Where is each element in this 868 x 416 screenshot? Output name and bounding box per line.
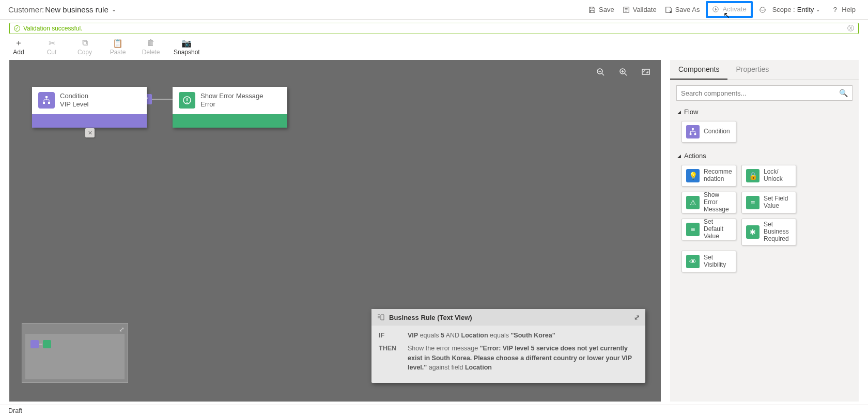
- text-view-title: Business Rule (Text View): [389, 314, 472, 321]
- scope-value: Entity: [797, 6, 814, 13]
- side-tabs: Components Properties: [670, 60, 859, 80]
- condition-node[interactable]: Condition VIP Level: [32, 87, 147, 128]
- validate-label: Validate: [633, 6, 657, 13]
- minimap-expand-icon[interactable]: ⤢: [119, 326, 125, 333]
- workspace: ✓ Condition VIP Level ✕: [0, 60, 868, 402]
- cut-button[interactable]: ✂ Cut: [41, 38, 62, 56]
- save-label: Save: [599, 6, 614, 13]
- text-view-icon: [377, 313, 385, 321]
- chevron-down-icon: ⌄: [816, 7, 820, 12]
- copy-button[interactable]: ⧉ Copy: [74, 38, 95, 56]
- collapse-icon: ◢: [677, 153, 681, 159]
- svg-rect-19: [694, 133, 696, 135]
- text-view-panel: Business Rule (Text View) ⤢ IF VIP equal…: [371, 309, 645, 383]
- canvas[interactable]: ✓ Condition VIP Level ✕: [9, 60, 661, 402]
- component-set-default-value[interactable]: ≡ Set Default Value: [681, 219, 736, 240]
- plus-icon: ＋: [14, 38, 23, 48]
- help-label: Help: [842, 6, 856, 13]
- search-components-input[interactable]: [681, 89, 839, 97]
- component-show-error[interactable]: ⚠ Show Error Message: [681, 192, 736, 213]
- node-branch-close-icon[interactable]: ✕: [85, 128, 95, 137]
- section-flow[interactable]: ◢ Flow: [670, 106, 859, 119]
- if-keyword: IF: [379, 331, 399, 341]
- minimap[interactable]: ⤢: [22, 323, 128, 383]
- side-panel: Components Properties 🔍 ◢ Flow Condition…: [670, 60, 859, 402]
- component-condition[interactable]: Condition: [681, 121, 736, 143]
- svg-rect-13: [48, 102, 50, 104]
- then-keyword: THEN: [379, 344, 399, 373]
- component-set-field-value[interactable]: ≡ Set Field Value: [741, 192, 796, 213]
- minimap-condition-node: [30, 340, 39, 348]
- paste-button[interactable]: 📋 Paste: [107, 38, 128, 56]
- save-as-label: Save As: [675, 6, 700, 13]
- save-icon: [588, 6, 596, 13]
- activate-button[interactable]: Activate: [711, 4, 747, 14]
- fit-to-screen-button[interactable]: [640, 66, 652, 78]
- paste-icon: 📋: [113, 38, 122, 48]
- activate-highlight: Activate ↖: [706, 1, 752, 18]
- collapse-icon: ◢: [677, 110, 681, 115]
- title-chevron-icon[interactable]: ⌄: [112, 6, 116, 13]
- tab-properties[interactable]: Properties: [727, 60, 777, 80]
- check-icon: ✓: [14, 25, 20, 32]
- condition-component-icon: [686, 125, 700, 138]
- svg-rect-12: [43, 102, 45, 104]
- zoom-in-button[interactable]: [617, 66, 629, 78]
- svg-line-7: [625, 73, 627, 75]
- svg-rect-10: [642, 69, 649, 74]
- canvas-controls: [595, 66, 652, 78]
- minimap-connector: [39, 344, 42, 345]
- minimap-action-node: [43, 340, 51, 348]
- edit-toolbar: ＋ Add ✂ Cut ⧉ Copy 📋 Paste 🗑 Delete 📷 Sn…: [0, 36, 868, 60]
- tab-components[interactable]: Components: [670, 60, 727, 80]
- camera-icon: 📷: [182, 38, 191, 48]
- field-icon: ≡: [746, 196, 760, 209]
- then-clause: Show the error message "Error: VIP level…: [408, 344, 638, 373]
- snapshot-button[interactable]: 📷 Snapshot: [174, 38, 200, 56]
- help-button[interactable]: ? Help: [827, 4, 860, 16]
- svg-line-4: [602, 73, 604, 75]
- lightbulb-icon: 💡: [686, 169, 700, 182]
- activate-label: Activate: [722, 5, 746, 13]
- save-as-button[interactable]: Save As: [661, 4, 704, 16]
- svg-rect-17: [692, 128, 694, 130]
- add-button[interactable]: ＋ Add: [8, 38, 29, 56]
- scope-label: Scope :: [772, 6, 795, 13]
- action-node[interactable]: Show Error Message Error: [173, 87, 287, 128]
- status-bar: Draft: [0, 405, 868, 416]
- delete-button[interactable]: 🗑 Delete: [141, 38, 161, 56]
- action-node-bar: [173, 114, 287, 128]
- save-as-icon: [665, 6, 672, 13]
- component-set-business-required[interactable]: ✱ Set Business Required: [741, 219, 796, 245]
- title-name: New business rule: [45, 5, 109, 14]
- minimap-viewport: [25, 334, 125, 379]
- validation-message: Validation successful.: [23, 25, 83, 32]
- app-header: Customer: New business rule ⌄ Save Valid…: [0, 0, 868, 20]
- zoom-out-button[interactable]: [595, 66, 606, 78]
- close-validation-icon[interactable]: ⓧ: [847, 24, 854, 33]
- validate-button[interactable]: Validate: [618, 4, 661, 16]
- status-text: Draft: [8, 407, 22, 414]
- lock-icon: 🔒: [746, 169, 760, 182]
- error-icon: ⚠: [686, 196, 700, 209]
- component-recommendation[interactable]: 💡 Recomme ndation: [681, 165, 736, 187]
- component-lock-unlock[interactable]: 🔒 Lock/ Unlock: [741, 165, 796, 187]
- condition-node-icon: [38, 92, 55, 109]
- search-components-box[interactable]: 🔍: [676, 85, 853, 101]
- action-node-subtitle: Error: [200, 100, 263, 109]
- trash-icon: 🗑: [146, 38, 156, 48]
- condition-node-title: Condition: [60, 92, 88, 100]
- scope-button[interactable]: Scope : Entity ⌄: [755, 4, 828, 16]
- title-prefix: Customer:: [8, 5, 44, 14]
- section-actions[interactable]: ◢ Actions: [670, 150, 859, 163]
- search-icon: 🔍: [839, 89, 848, 97]
- text-view-expand-icon[interactable]: ⤢: [634, 313, 640, 321]
- validate-icon: [623, 6, 630, 13]
- copy-icon: ⧉: [80, 38, 89, 48]
- help-icon: ?: [831, 6, 839, 13]
- save-button[interactable]: Save: [584, 4, 618, 16]
- svg-rect-11: [45, 96, 48, 98]
- activate-icon: [712, 6, 719, 13]
- svg-rect-18: [690, 133, 692, 135]
- component-set-visibility[interactable]: 👁 Set Visibility: [681, 251, 736, 272]
